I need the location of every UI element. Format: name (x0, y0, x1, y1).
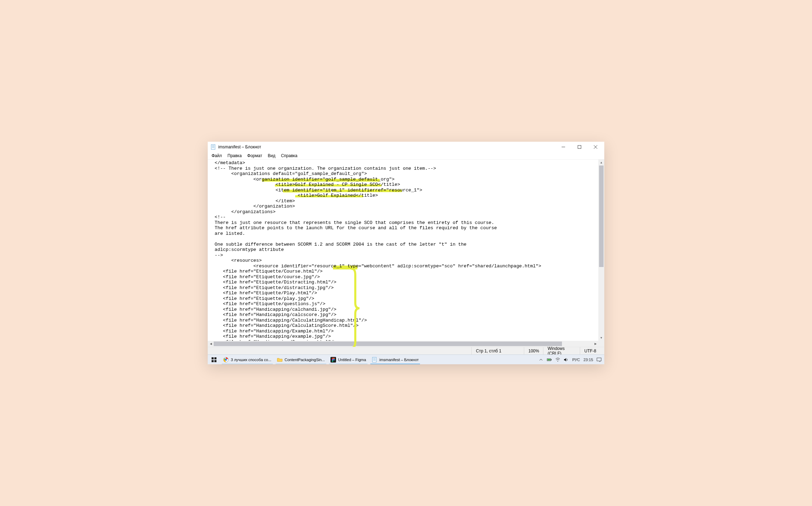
figma-icon (330, 357, 336, 363)
chrome-icon (223, 357, 229, 363)
svg-point-27 (557, 361, 558, 361)
menu-file[interactable]: Файл (209, 153, 225, 159)
folder-icon (277, 357, 283, 363)
system-tray: РУС 23:15 (536, 355, 604, 364)
battery-icon[interactable] (547, 358, 552, 361)
vertical-scrollbar[interactable]: ▲ ▼ (598, 160, 604, 341)
svg-rect-26 (548, 359, 550, 360)
maximize-button[interactable] (571, 142, 587, 152)
notepad-icon (211, 144, 216, 150)
start-button[interactable] (208, 355, 220, 364)
svg-point-16 (333, 358, 335, 359)
notepad-window: imsmanifest – Блокнот Файл Правка Формат… (208, 142, 604, 364)
close-button[interactable] (587, 142, 604, 152)
svg-rect-5 (578, 146, 581, 149)
notepad-task-icon (372, 357, 377, 363)
volume-icon[interactable] (564, 358, 569, 362)
tray-language[interactable]: РУС (572, 358, 580, 362)
vertical-scroll-thumb[interactable] (599, 166, 604, 267)
status-position: Стр 1, стлб 1 (471, 347, 524, 354)
taskbar-notepad[interactable]: imsmanifest – Блокнот (369, 355, 421, 364)
minimize-icon (562, 145, 565, 149)
svg-rect-8 (212, 357, 214, 359)
status-encoding: UTF-8 (580, 347, 604, 354)
taskbar-explorer[interactable]: ContentPackagingSin... (274, 355, 328, 364)
editor-area: </metadata> <!-- There is just one organ… (208, 159, 604, 347)
taskbar-explorer-label: ContentPackagingSin... (285, 358, 325, 362)
svg-rect-9 (214, 357, 216, 359)
scroll-down-button[interactable]: ▼ (598, 335, 604, 341)
status-eol: Windows (CRLF) (543, 347, 580, 354)
svg-point-19 (332, 360, 333, 362)
minimize-button[interactable] (555, 142, 571, 152)
svg-rect-0 (211, 145, 215, 149)
scroll-right-button[interactable]: ▶ (592, 341, 598, 347)
taskbar-chrome-label: 3 лучших способа со... (231, 358, 271, 362)
taskbar-notepad-label: imsmanifest – Блокнот (379, 358, 419, 362)
horizontal-scrollbar[interactable]: ◀ ▶ (208, 341, 598, 347)
window-title: imsmanifest – Блокнот (218, 145, 261, 149)
svg-rect-20 (372, 357, 376, 362)
menu-view[interactable]: Вид (265, 153, 278, 159)
menu-edit[interactable]: Правка (225, 153, 244, 159)
close-icon (594, 145, 597, 149)
svg-point-15 (332, 358, 333, 359)
tray-clock[interactable]: 23:15 (583, 358, 593, 362)
taskbar-figma-label: Untitled – Figma (338, 358, 366, 362)
maximize-icon (578, 145, 581, 149)
svg-point-18 (333, 359, 335, 360)
windows-icon (211, 357, 217, 363)
horizontal-scroll-thumb[interactable] (214, 342, 562, 346)
notifications-icon[interactable] (597, 357, 601, 362)
wifi-icon[interactable] (555, 358, 560, 362)
menubar: Файл Правка Формат Вид Справка (208, 152, 604, 159)
vertical-scroll-track[interactable] (598, 166, 604, 335)
menu-help[interactable]: Справка (278, 153, 300, 159)
taskbar-chrome[interactable]: 3 лучших способа со... (220, 355, 274, 364)
svg-point-17 (332, 359, 333, 360)
statusbar: Стр 1, стлб 1 100% Windows (CRLF) UTF-8 (208, 347, 604, 354)
svg-rect-10 (212, 360, 214, 362)
svg-rect-28 (597, 358, 601, 361)
scrollbar-corner (598, 341, 604, 347)
svg-rect-11 (214, 360, 216, 362)
taskbar-figma[interactable]: Untitled – Figma (328, 355, 369, 364)
scroll-left-button[interactable]: ◀ (208, 341, 214, 347)
editor-content[interactable]: </metadata> <!-- There is just one organ… (208, 160, 598, 341)
menu-format[interactable]: Формат (245, 153, 265, 159)
svg-rect-25 (551, 359, 552, 360)
tray-chevron-icon[interactable] (539, 358, 543, 361)
status-zoom: 100% (524, 347, 543, 354)
horizontal-scroll-track[interactable] (214, 341, 592, 347)
titlebar: imsmanifest – Блокнот (208, 142, 604, 152)
scroll-up-button[interactable]: ▲ (598, 160, 604, 166)
taskbar: 3 лучших способа со... ContentPackagingS… (208, 354, 604, 364)
